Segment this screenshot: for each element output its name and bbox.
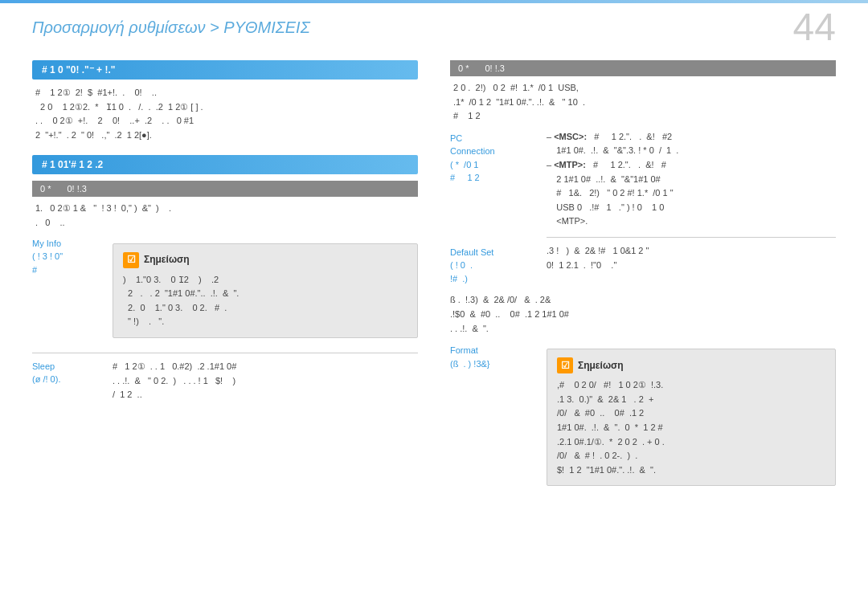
gray-bar-col2: 0! !.3 xyxy=(67,184,86,194)
note-icon: ☑ xyxy=(123,252,139,268)
left-column: # 1 0 "0! ."⁻ + !." # 1 2① 2! $ #1+!. . … xyxy=(32,60,418,421)
sleep-content: # 1 2① . . 1 0.#2) .2 .1#1 0# . . .!. & … xyxy=(113,360,418,408)
note-header: ☑ Σημείωση xyxy=(123,252,407,268)
pc-label: PCConnection( * /0 1# 1 2 xyxy=(450,133,495,183)
page-header: Προσαρμογή ρυθμίσεων > ΡΥΘΜΙΣΕΙΣ 44 xyxy=(32,8,836,47)
format-section: Format(ß . ) !3&} ☑ Σημείωση ,# 0 2 0/ #… xyxy=(450,342,836,492)
my-info-section: My Info ( ! 3 ! 0" # ☑ Σημείωση ) 1."0 3… xyxy=(32,237,418,345)
right-divider1 xyxy=(547,237,836,238)
top-accent-bar xyxy=(0,0,868,3)
divider1 xyxy=(32,353,418,353)
section2-header: # 1 01'# 1 2 .2 xyxy=(32,155,418,174)
section2-gray-bar: 0 * 0! !.3 xyxy=(32,181,418,197)
format-note-title: Σημείωση xyxy=(578,358,624,373)
right-gray-bar: 0 * 0! !.3 xyxy=(450,60,836,76)
section2-block: # 1 01'# 1 2 .2 0 * 0! !.3 1. 0 2① 1 & "… xyxy=(32,155,418,408)
default-set-label: Default Set( ! 0 .!# .) xyxy=(450,244,547,286)
format-note-content: ,# 0 2 0/ #! 1 0 2① !.3. .1 3. 0.)" & 2&… xyxy=(557,378,825,477)
section1-header: # 1 0 "0! ."⁻ + !." xyxy=(32,60,418,80)
format-text: Format(ß . ) !3&} xyxy=(450,345,490,369)
section1-content: # 1 2① 2! $ #1+!. . 0! .. 2 0 1 2①2. * 1… xyxy=(32,86,418,142)
my-info-note-box: ☑ Σημείωση ) 1."0 3. 0 1̈2 ) .2 2 . . 2 … xyxy=(113,243,418,338)
right-gray-col1: 0 * xyxy=(458,63,469,73)
pc-connection-section: PCConnection( * /0 1# 1 2 – <MSC>: # 1 2… xyxy=(450,130,836,229)
format-note-box: ☑ Σημείωση ,# 0 2 0/ #! 1 0 2① !.3. .1 3… xyxy=(547,349,836,486)
page-number: 44 xyxy=(793,8,836,47)
beta-content: ß . !.3) & 2& /0/ & . 2& .!$0 & #0 .. 0#… xyxy=(450,293,836,336)
note-content: ) 1."0 3. 0 1̈2 ) .2 2 . . 2 "1#1 0#."..… xyxy=(123,273,407,329)
my-info-label: My Info ( ! 3 ! 0" # xyxy=(32,237,113,345)
gray-bar-col1: 0 * xyxy=(40,184,51,194)
section2-gray-content: 1. 0 2① 1 & " ! 3 ! 0," ) &" ) . . 0 .. xyxy=(32,202,418,230)
my-info-content: ☑ Σημείωση ) 1."0 3. 0 1̈2 ) .2 2 . . 2 … xyxy=(113,237,418,345)
pc-connection-content: – <MSC>: # 1 2.". . &! #2 1#1 0#. .!. & … xyxy=(547,130,836,229)
right-gray-col2: 0! !.3 xyxy=(485,63,504,73)
format-note-header: ☑ Σημείωση xyxy=(557,357,825,373)
format-content: ☑ Σημείωση ,# 0 2 0/ #! 1 0 2① !.3. .1 3… xyxy=(547,342,836,492)
default-set-text: Default Set( ! 0 .!# .) xyxy=(450,247,493,284)
default-set-section: Default Set( ! 0 .!# .) .3 ! ) & 2& !# 1… xyxy=(450,244,836,286)
sleep-section: Sleep (ø /! 0). # 1 2① . . 1 0.#2) .2 .1… xyxy=(32,360,418,408)
section1-block: # 1 0 "0! ."⁻ + !." # 1 2① 2! $ #1+!. . … xyxy=(32,60,418,142)
right-intro: 2 0 . 2!) 0 2 #! 1.* /0 1 USB, .1* /0 1 … xyxy=(450,81,836,124)
note-title: Σημείωση xyxy=(144,252,190,267)
sleep-label: Sleep (ø /! 0). xyxy=(32,360,113,408)
page-title: Προσαρμογή ρυθμίσεων > ΡΥΘΜΙΣΕΙΣ xyxy=(32,18,310,37)
default-set-content: .3 ! ) & 2& !# 1 0&1 2 " 0! 1 2.1 . !"0 … xyxy=(547,244,836,286)
format-note-icon: ☑ xyxy=(557,357,573,373)
right-column: 0 * 0! !.3 2 0 . 2!) 0 2 #! 1.* /0 1 USB… xyxy=(450,60,836,500)
format-label: Format(ß . ) !3&} xyxy=(450,342,547,492)
pc-connection-label: PCConnection( * /0 1# 1 2 xyxy=(450,130,547,229)
